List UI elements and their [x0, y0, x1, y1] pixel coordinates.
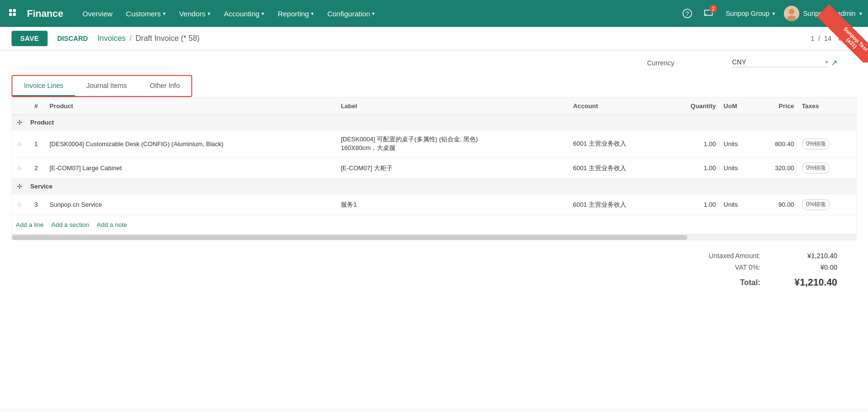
chevron-down-icon: ▾: [311, 11, 314, 17]
row-quantity[interactable]: 1.00: [667, 194, 719, 215]
row-handle[interactable]: ⊹: [12, 194, 26, 215]
row-uom[interactable]: Units: [720, 130, 755, 158]
add-note-button[interactable]: Add a note: [97, 221, 127, 228]
row-price[interactable]: 320.00: [755, 158, 798, 179]
row-label[interactable]: 服务1: [337, 194, 569, 215]
nav-overview[interactable]: Overview: [77, 6, 119, 22]
total-value: ¥1,210.40: [789, 277, 837, 288]
row-label[interactable]: [DESK0004] 可配置的桌子(多属性) (铝合金, 黑色) 160X80c…: [337, 130, 569, 158]
col-num: #: [26, 98, 46, 115]
pagination-prev[interactable]: ‹: [835, 33, 844, 45]
breadcrumb: Invoices / Draft Invoice (* 58): [98, 34, 200, 43]
help-icon[interactable]: ?: [679, 5, 696, 22]
row-account[interactable]: 6001 主营业务收入: [569, 194, 667, 215]
messages-icon[interactable]: 2: [700, 5, 717, 22]
row-handle[interactable]: ⊹: [12, 130, 26, 158]
horizontal-scrollbar[interactable]: [12, 234, 856, 240]
row-handle[interactable]: ⊹: [12, 179, 26, 194]
nav-customers[interactable]: Customers ▾: [120, 6, 172, 22]
row-taxes: 0%销项: [798, 130, 856, 158]
scroll-thumb[interactable]: [12, 235, 687, 240]
pagination-current: 1: [811, 35, 815, 42]
main-content: Currency CNY USD EUR ▾ ↗ Invoice Lines J…: [0, 50, 868, 409]
row-handle[interactable]: ⊹: [12, 158, 26, 179]
vat-label: VAT 0%:: [674, 263, 760, 271]
row-price[interactable]: 800.40: [755, 130, 798, 158]
nav-right-section: ? 2 Sunpop Group ▾ Sunpop.cn admin ▾: [679, 5, 862, 22]
col-price: Price: [755, 98, 798, 115]
nav-accounting[interactable]: Accounting ▾: [218, 6, 270, 22]
breadcrumb-parent[interactable]: Invoices: [98, 34, 126, 43]
save-button[interactable]: SAVE: [12, 31, 48, 46]
row-label[interactable]: [E-COM07] 大柜子: [337, 158, 569, 179]
chevron-down-icon: ▾: [825, 59, 828, 65]
nav-configuration[interactable]: Configuration ▾: [322, 6, 381, 22]
col-quantity: Quantity: [667, 98, 719, 115]
chevron-down-icon: ▾: [859, 11, 862, 17]
tax-badge: 0%销项: [802, 138, 830, 150]
tax-badge: 0%销项: [802, 199, 830, 210]
untaxed-amount-row: Untaxed Amount: ¥1,210.40: [674, 252, 837, 260]
row-uom[interactable]: Units: [720, 194, 755, 215]
tab-other-info[interactable]: Other Info: [138, 76, 191, 96]
row-num: 1: [26, 130, 46, 158]
add-line-button[interactable]: Add a line: [16, 221, 44, 228]
invoice-table: # Product Label Account Quantity UoM Pri…: [12, 98, 856, 215]
currency-row: Currency CNY USD EUR ▾ ↗: [12, 58, 856, 67]
row-taxes: 0%销项: [798, 158, 856, 179]
currency-select[interactable]: CNY USD EUR: [732, 58, 823, 66]
row-handle[interactable]: ⊹: [12, 115, 26, 130]
external-link-icon[interactable]: ↗: [831, 58, 837, 67]
app-title: Finance: [27, 8, 63, 19]
svg-text:?: ?: [686, 11, 689, 17]
section-row-service: ⊹ Service: [12, 179, 856, 194]
total-label: Total:: [674, 278, 760, 287]
table-row: ⊹ 1 [DESK0004] Customizable Desk (CONFIG…: [12, 130, 856, 158]
row-taxes: 0%销项: [798, 194, 856, 215]
col-label: Label: [337, 98, 569, 115]
add-buttons: Add a line Add a section Add a note: [12, 215, 856, 234]
grid-icon[interactable]: [6, 6, 21, 21]
svg-rect-3: [13, 13, 16, 16]
pagination-next[interactable]: ›: [848, 33, 856, 45]
svg-point-7: [789, 9, 794, 14]
user-name[interactable]: Sunpop.cn admin: [803, 10, 856, 17]
group-selector[interactable]: Sunpop Group ▾: [721, 7, 780, 20]
discard-button[interactable]: DISCARD: [55, 31, 90, 46]
chevron-down-icon: ▾: [163, 11, 166, 17]
col-account: Account: [569, 98, 667, 115]
row-quantity[interactable]: 1.00: [667, 130, 719, 158]
notification-badge: 2: [709, 5, 717, 12]
svg-rect-1: [13, 9, 16, 12]
table-row: ⊹ 3 Sunpop.cn Service 服务1 6001 主营业务收入 1.…: [12, 194, 856, 215]
svg-rect-2: [9, 13, 12, 16]
row-product[interactable]: Sunpop.cn Service: [46, 194, 337, 215]
nav-reporting[interactable]: Reporting ▾: [272, 6, 320, 22]
col-uom: UoM: [720, 98, 755, 115]
row-product[interactable]: [DESK0004] Customizable Desk (CONFIG) (A…: [46, 130, 337, 158]
tax-badge: 0%销项: [802, 162, 830, 174]
tab-invoice-lines[interactable]: Invoice Lines: [12, 76, 75, 96]
row-num: 3: [26, 194, 46, 215]
currency-label: Currency: [647, 59, 674, 67]
tabs: Invoice Lines Journal Items Other Info: [12, 76, 191, 96]
row-account[interactable]: 6001 主营业务收入: [569, 130, 667, 158]
chevron-down-icon: ▾: [261, 11, 264, 17]
pagination: 1 / 14 ‹ ›: [811, 33, 856, 45]
section-label: Product: [26, 115, 856, 130]
row-price[interactable]: 90.00: [755, 194, 798, 215]
add-section-button[interactable]: Add a section: [51, 221, 89, 228]
nav-vendors[interactable]: Vendors ▾: [174, 6, 216, 22]
top-navigation: Finance Overview Customers ▾ Vendors ▾ A…: [0, 0, 868, 27]
row-account[interactable]: 6001 主营业务收入: [569, 158, 667, 179]
row-product[interactable]: [E-COM07] Large Cabinet: [46, 158, 337, 179]
section-label: Service: [26, 179, 856, 194]
svg-rect-0: [9, 9, 12, 12]
vat-value: ¥0.00: [789, 263, 837, 271]
col-taxes: Taxes: [798, 98, 856, 115]
group-name: Sunpop Group: [726, 10, 769, 17]
chevron-down-icon: ▾: [372, 11, 375, 17]
row-quantity[interactable]: 1.00: [667, 158, 719, 179]
tab-journal-items[interactable]: Journal Items: [75, 76, 138, 96]
row-uom[interactable]: Units: [720, 158, 755, 179]
